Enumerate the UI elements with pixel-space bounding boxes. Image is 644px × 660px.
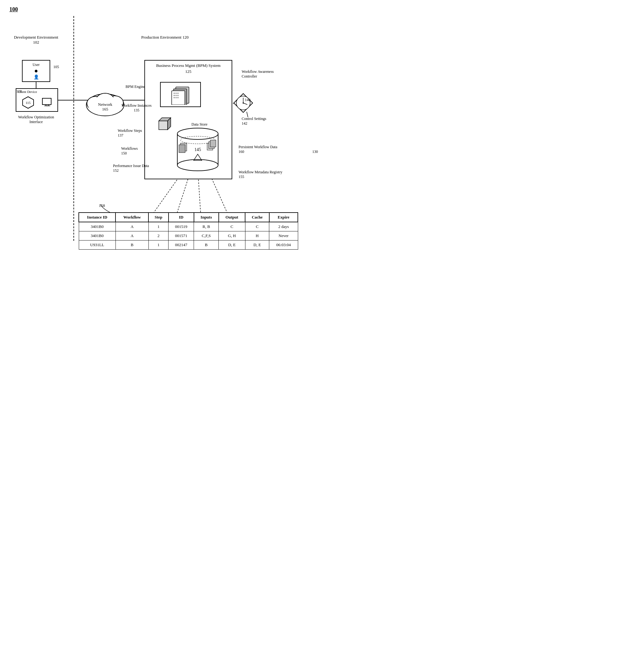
col-header-step: Step: [148, 213, 168, 222]
diamond-140: [232, 92, 254, 114]
col-header-workflow: Workflow: [115, 213, 148, 222]
table-cell: B: [115, 241, 148, 250]
dev-env-label: Development Environment 102: [13, 35, 60, 45]
table-cell: B: [194, 241, 219, 250]
col-header-cache: Cache: [245, 213, 269, 222]
user-label: User: [32, 63, 40, 67]
user-box: User ● 👤: [22, 60, 50, 82]
table-cell: D, E: [219, 241, 246, 250]
table-cell: 1: [148, 241, 168, 250]
table-cell: C: [219, 222, 246, 232]
data-table-container: Instance ID Workflow Step ID Inputs Outp…: [78, 212, 298, 250]
col-header-id: ID: [168, 213, 194, 222]
wi-label: Workflow Instances 135: [118, 103, 155, 113]
wi-number: 130: [312, 150, 318, 154]
svg-rect-53: [210, 140, 216, 147]
monitor-icon: [42, 97, 53, 108]
table-cell: Never: [269, 232, 298, 241]
diamond-140-label: 140: [245, 98, 250, 102]
svg-rect-13: [42, 98, 51, 105]
user-icon-body: 👤: [33, 74, 39, 80]
svg-point-34: [177, 97, 179, 98]
table-row: U931LLB1002147BD, ED, E06:03:04: [79, 241, 298, 250]
stacked-docs-icon: [168, 85, 193, 105]
wi-box: 130: [160, 82, 201, 107]
table-cell: A: [115, 232, 148, 241]
network-cloud: Network 165: [83, 88, 127, 117]
svg-point-29: [174, 95, 175, 96]
pwd-label: Persistent Workflow Data 160: [238, 145, 285, 154]
cylinder-datastore: 145: [174, 126, 224, 173]
data-table: Instance ID Workflow Step ID Inputs Outp…: [78, 212, 298, 250]
svg-point-31: [177, 95, 179, 96]
table-cell: D, E: [245, 241, 269, 250]
wac-label: Workflow Awareness Controller: [242, 69, 285, 79]
woi-label: Workflow Optimization Interface: [13, 115, 60, 124]
bpm-title: Business Process Mgmt (BPM) System: [145, 61, 232, 69]
svg-text:115: 115: [26, 101, 31, 105]
control-settings-label: Control Settings 142: [242, 116, 285, 126]
table-row: 3401B0A1001519R, BCC2 days: [79, 222, 298, 232]
figure-number: 100: [9, 6, 313, 13]
svg-point-44: [177, 128, 218, 139]
hex-shape: 115: [21, 95, 35, 110]
table-cell: R, B: [194, 222, 219, 232]
table-cell: 1: [148, 222, 168, 232]
diagram: Development Environment 102 Production E…: [9, 16, 311, 292]
cube-icon: [156, 116, 172, 132]
table-cell: 001571: [168, 232, 194, 241]
svg-point-30: [176, 95, 177, 96]
pid-label: Performance Issue Data 152: [113, 163, 154, 173]
table-cell: G, H: [219, 232, 246, 241]
col-header-inputs: Inputs: [194, 213, 219, 222]
table-cell: C,F,S: [194, 232, 219, 241]
user-number: 105: [53, 65, 59, 69]
ws-label: Workflow Steps 137: [118, 128, 159, 138]
table-cell: H: [245, 232, 269, 241]
table-cell: 001519: [168, 222, 194, 232]
svg-text:165: 165: [102, 107, 108, 111]
client-number: 110: [16, 89, 22, 94]
table-cell: 2: [148, 232, 168, 241]
col-header-instance-id: Instance ID: [79, 213, 115, 222]
wmr-label: Workflow Metadata Registry 155: [238, 170, 285, 179]
table-row: 3401B0A2001571C,F,SG, HHNever: [79, 232, 298, 241]
table-cell: C: [245, 222, 269, 232]
svg-point-27: [176, 93, 177, 94]
table-cell: 06:03:04: [269, 241, 298, 250]
client-device-box: Client Device 115: [16, 88, 58, 112]
wf-label: Workflows 150: [121, 146, 159, 156]
user-icon: ●: [34, 67, 38, 74]
svg-text:Network: Network: [98, 102, 112, 107]
svg-point-28: [177, 93, 179, 94]
svg-text:145: 145: [194, 147, 201, 152]
table-cell: U931LL: [79, 241, 115, 250]
svg-point-45: [177, 159, 218, 171]
svg-point-26: [174, 93, 175, 94]
svg-rect-49: [179, 145, 185, 153]
prod-env-label: Production Environment 120: [141, 35, 189, 40]
table-cell: A: [115, 222, 148, 232]
table-cell: 2 days: [269, 222, 298, 232]
table-ref-label: 158: [99, 203, 105, 208]
svg-rect-35: [159, 121, 167, 130]
table-cell: 3401B0: [79, 222, 115, 232]
table-cell: 002147: [168, 241, 194, 250]
bpm-engine-label: BPM Engine: [125, 85, 145, 89]
bpm-number: 125: [145, 69, 232, 76]
svg-point-32: [174, 97, 175, 98]
col-header-expire: Expire: [269, 213, 298, 222]
table-cell: 3401B0: [79, 232, 115, 241]
col-header-output: Output: [219, 213, 246, 222]
svg-point-33: [176, 97, 177, 98]
